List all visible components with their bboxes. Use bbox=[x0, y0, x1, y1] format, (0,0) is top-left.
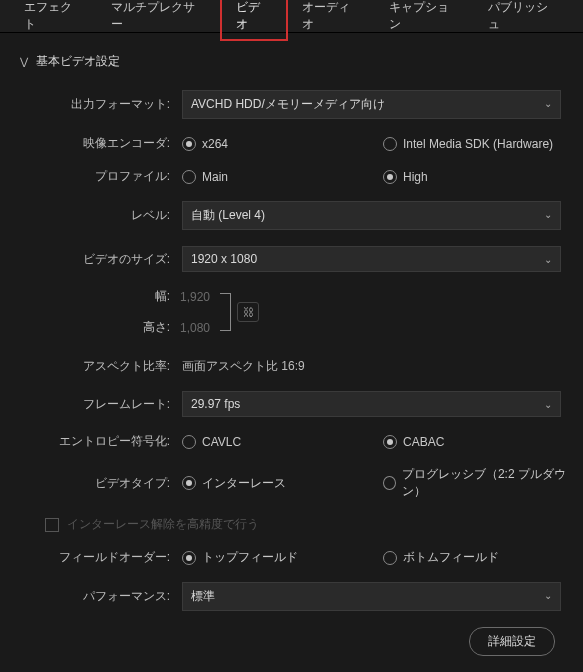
label-field-order: フィールドオーダー: bbox=[20, 549, 182, 566]
label-aspect: アスペクト比率: bbox=[20, 358, 182, 375]
radio-vtype-interlace[interactable]: インターレース bbox=[182, 475, 286, 492]
label-video-type: ビデオタイプ: bbox=[20, 475, 182, 492]
tab-effect[interactable]: エフェクト bbox=[10, 0, 97, 39]
label-entropy: エントロピー符号化: bbox=[20, 433, 182, 450]
value-height: 1,080 bbox=[180, 321, 220, 335]
tab-publish[interactable]: パブリッシュ bbox=[474, 0, 573, 39]
radio-entropy-cabac[interactable]: CABAC bbox=[383, 435, 573, 449]
section-header[interactable]: ⋁ 基本ビデオ設定 bbox=[20, 53, 573, 70]
tab-multiplexer[interactable]: マルチプレクサー bbox=[97, 0, 220, 39]
select-framerate[interactable]: 29.97 fps⌄ bbox=[182, 391, 561, 417]
radio-field-bottom[interactable]: ボトムフィールド bbox=[383, 549, 573, 566]
link-dimensions-button[interactable]: ⛓ bbox=[237, 302, 259, 322]
tab-video[interactable]: ビデオ bbox=[220, 0, 288, 41]
select-level[interactable]: 自動 (Level 4)⌄ bbox=[182, 201, 561, 230]
select-performance[interactable]: 標準⌄ bbox=[182, 582, 561, 611]
tab-caption[interactable]: キャプション bbox=[375, 0, 474, 39]
label-level: レベル: bbox=[20, 207, 182, 224]
label-output-format: 出力フォーマット: bbox=[20, 96, 182, 113]
chevron-down-icon: ⌄ bbox=[544, 590, 552, 601]
chevron-down-icon: ⋁ bbox=[20, 56, 28, 67]
checkbox-icon bbox=[45, 518, 59, 532]
label-profile: プロファイル: bbox=[20, 168, 182, 185]
radio-field-top[interactable]: トップフィールド bbox=[182, 549, 298, 566]
chevron-down-icon: ⌄ bbox=[544, 209, 552, 220]
label-video-size: ビデオのサイズ: bbox=[20, 251, 182, 268]
link-bracket-icon bbox=[220, 293, 231, 331]
label-performance: パフォーマンス: bbox=[20, 588, 182, 605]
checkbox-deinterlace-hq: インターレース解除を高精度で行う bbox=[45, 516, 573, 533]
radio-vtype-progressive[interactable]: プログレッシブ（2:2 プルダウン） bbox=[383, 466, 573, 500]
select-video-size[interactable]: 1920 x 1080⌄ bbox=[182, 246, 561, 272]
label-height: 高さ: bbox=[122, 319, 170, 336]
select-output-format[interactable]: AVCHD HDD/メモリーメディア向け⌄ bbox=[182, 90, 561, 119]
tab-audio[interactable]: オーディオ bbox=[288, 0, 375, 39]
tab-bar: エフェクト マルチプレクサー ビデオ オーディオ キャプション パブリッシュ bbox=[0, 0, 583, 33]
value-width: 1,920 bbox=[180, 290, 220, 304]
radio-profile-main[interactable]: Main bbox=[182, 170, 228, 184]
label-encoder: 映像エンコーダ: bbox=[20, 135, 182, 152]
chevron-down-icon: ⌄ bbox=[544, 98, 552, 109]
radio-entropy-cavlc[interactable]: CAVLC bbox=[182, 435, 241, 449]
radio-encoder-x264[interactable]: x264 bbox=[182, 137, 228, 151]
label-framerate: フレームレート: bbox=[20, 396, 182, 413]
chevron-down-icon: ⌄ bbox=[544, 254, 552, 265]
radio-encoder-imsdk[interactable]: Intel Media SDK (Hardware) bbox=[383, 137, 573, 151]
value-aspect: 画面アスペクト比 16:9 bbox=[182, 358, 305, 375]
detail-settings-button[interactable]: 詳細設定 bbox=[469, 627, 555, 656]
chevron-down-icon: ⌄ bbox=[544, 399, 552, 410]
section-title: 基本ビデオ設定 bbox=[36, 53, 120, 70]
label-width: 幅: bbox=[122, 288, 170, 305]
radio-profile-high[interactable]: High bbox=[383, 170, 573, 184]
